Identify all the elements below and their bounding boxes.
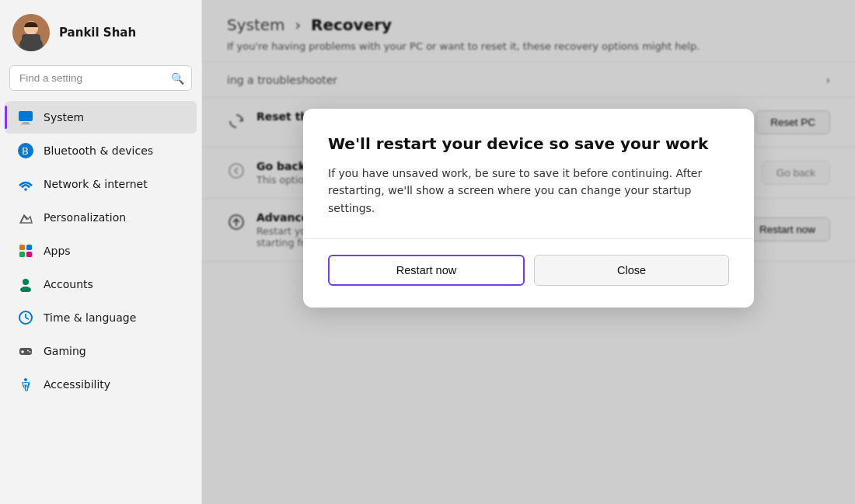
- svg-point-24: [27, 350, 29, 352]
- dialog-body: If you have unsaved work, be sure to sav…: [328, 165, 729, 217]
- svg-rect-8: [21, 123, 30, 125]
- sidebar-item-gaming-label: Gaming: [44, 345, 86, 357]
- restart-now-button[interactable]: Restart now: [328, 255, 525, 286]
- dialog-buttons: Restart now Close: [328, 255, 729, 286]
- close-dialog-button[interactable]: Close: [534, 255, 729, 286]
- sidebar-item-system[interactable]: System: [5, 101, 197, 134]
- personalization-icon: [17, 209, 34, 226]
- sidebar-item-apps-label: Apps: [44, 245, 71, 257]
- sidebar-item-time[interactable]: Time & language: [5, 301, 197, 334]
- avatar: [12, 14, 50, 51]
- sidebar-item-bluetooth[interactable]: B Bluetooth & devices: [5, 134, 197, 167]
- sidebar-item-accounts-label: Accounts: [44, 278, 93, 290]
- svg-rect-12: [19, 245, 25, 250]
- svg-point-26: [24, 378, 27, 381]
- sidebar-item-time-label: Time & language: [44, 311, 136, 324]
- restart-dialog: We'll restart your device so save your w…: [303, 109, 754, 308]
- svg-rect-23: [21, 351, 24, 353]
- svg-rect-15: [26, 252, 32, 257]
- svg-rect-13: [26, 245, 32, 250]
- svg-line-20: [26, 318, 29, 319]
- sidebar-item-accounts[interactable]: Accounts: [5, 268, 197, 301]
- sidebar: Pankil Shah 🔍 System B Bluetooth & devic…: [0, 0, 202, 504]
- dialog-title: We'll restart your device so save your w…: [328, 134, 729, 154]
- svg-rect-6: [19, 111, 33, 121]
- nav-list: System B Bluetooth & devices Network & i…: [0, 100, 201, 504]
- dialog-divider: [303, 238, 754, 239]
- svg-point-17: [20, 287, 31, 292]
- svg-rect-7: [23, 122, 29, 123]
- svg-rect-14: [19, 252, 25, 257]
- svg-point-16: [23, 279, 29, 285]
- search-input[interactable]: [9, 65, 192, 91]
- sidebar-item-personalization[interactable]: Personalization: [5, 201, 197, 234]
- apps-icon: [17, 242, 34, 259]
- main-content: System › Recovery If you're having probl…: [202, 0, 855, 504]
- sidebar-item-personalization-label: Personalization: [44, 211, 126, 224]
- network-icon: [17, 176, 34, 193]
- system-icon: [17, 109, 34, 126]
- user-name: Pankil Shah: [59, 26, 136, 40]
- sidebar-item-gaming[interactable]: Gaming: [5, 335, 197, 367]
- time-icon: [17, 309, 34, 326]
- sidebar-item-bluetooth-label: Bluetooth & devices: [44, 144, 153, 157]
- search-icon: 🔍: [171, 72, 184, 85]
- svg-point-11: [24, 188, 27, 191]
- modal-overlay: We'll restart your device so save your w…: [202, 0, 855, 504]
- svg-text:B: B: [22, 145, 29, 157]
- accounts-icon: [17, 276, 34, 293]
- svg-rect-5: [22, 34, 40, 45]
- accessibility-icon: [17, 376, 34, 393]
- sidebar-item-accessibility-label: Accessibility: [44, 378, 110, 391]
- sidebar-item-system-label: System: [44, 111, 84, 123]
- sidebar-item-network-label: Network & internet: [44, 178, 148, 190]
- svg-point-25: [30, 351, 31, 353]
- user-profile[interactable]: Pankil Shah: [0, 0, 201, 62]
- search-bar[interactable]: 🔍: [9, 65, 192, 91]
- bluetooth-icon: B: [17, 142, 34, 159]
- sidebar-item-network[interactable]: Network & internet: [5, 168, 197, 200]
- gaming-icon: [17, 342, 34, 360]
- sidebar-item-accessibility[interactable]: Accessibility: [5, 368, 197, 401]
- sidebar-item-apps[interactable]: Apps: [5, 235, 197, 267]
